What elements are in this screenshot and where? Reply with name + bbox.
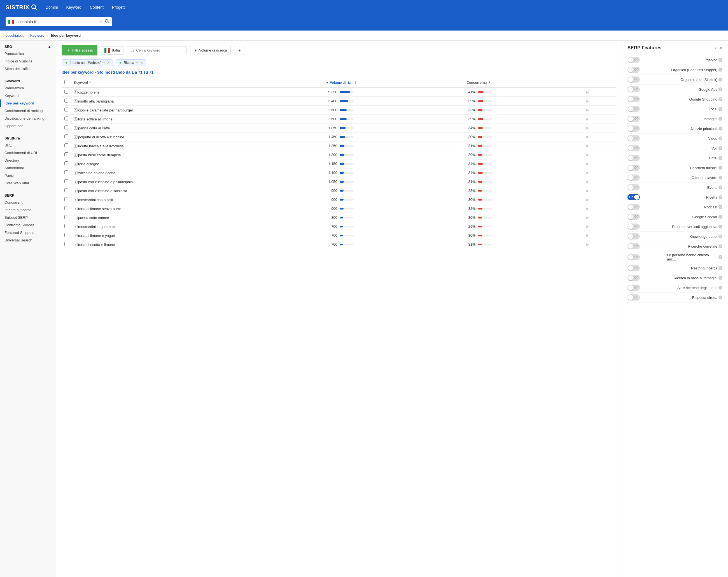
help-icon-feature-10[interactable]: ? <box>719 156 722 160</box>
sidebar-item-idee-keyword[interactable]: Idee per keyword <box>0 99 56 107</box>
row-checkbox-1[interactable] <box>64 99 68 102</box>
row-checkbox-17[interactable] <box>64 242 68 246</box>
help-icon-feature-14[interactable]: ? <box>719 195 722 199</box>
sidebar-item-snippet-serp[interactable]: Snippet SERP <box>0 214 56 221</box>
extra-filter-button[interactable]: ＋ <box>234 46 245 55</box>
help-icon-feature-20[interactable]: ? <box>719 255 722 259</box>
sidebar-item-traffico[interactable]: Stima del traffico <box>0 65 56 73</box>
sidebar-item-sottodomini[interactable]: Sottodomini <box>0 164 56 172</box>
toggle-14[interactable]: On <box>627 194 640 200</box>
toggle-19[interactable]: Off <box>627 243 640 249</box>
sidebar-section-title-serp[interactable]: SERP <box>4 193 51 198</box>
sidebar-item-featured-snippets[interactable]: Featured Snippets <box>0 229 56 236</box>
edit-icon-2[interactable]: ✏ <box>136 61 138 65</box>
keyword-search-input[interactable] <box>136 48 183 52</box>
header-volume[interactable]: ▼ Volume di ric... ? <box>323 78 464 87</box>
help-icon-panel[interactable]: ? <box>714 46 717 50</box>
row-checkbox-9[interactable] <box>64 170 68 174</box>
toggle-21[interactable]: Off <box>627 265 640 271</box>
sidebar-item-opportunita[interactable]: Opportunità <box>0 122 56 130</box>
help-icon-feature-8[interactable]: ? <box>719 136 722 140</box>
select-all-checkbox[interactable] <box>64 80 68 84</box>
sidebar-item-visibilita[interactable]: Indice di Visibilità <box>0 57 56 65</box>
sidebar-section-title-struttura[interactable]: Struttura <box>4 136 51 140</box>
search-input[interactable] <box>17 20 97 24</box>
row-checkbox-13[interactable] <box>64 206 68 210</box>
sidebar-item-core-web-vital[interactable]: Core Web Vital <box>0 179 56 187</box>
toggle-5[interactable]: Off <box>627 106 640 112</box>
close-icon-panel[interactable]: ✕ <box>719 46 722 50</box>
toggle-17[interactable]: Off <box>627 224 640 230</box>
sidebar-item-confronto-snippet[interactable]: Confronto Snippet <box>0 221 56 229</box>
help-icon-feature-9[interactable]: ? <box>719 146 722 150</box>
toggle-7[interactable]: Off <box>627 125 640 132</box>
header-keyword[interactable]: Keyword ? <box>71 78 323 87</box>
help-icon-feature-5[interactable]: ? <box>719 107 722 111</box>
toggle-23[interactable]: Off <box>627 284 640 291</box>
header-concorrenza[interactable]: Concorrenza ? <box>464 78 583 87</box>
row-checkbox-15[interactable] <box>64 224 68 228</box>
row-checkbox-4[interactable] <box>64 125 68 129</box>
toggle-6[interactable]: Off <box>627 116 640 122</box>
sidebar-item-directory[interactable]: Directory <box>0 156 56 164</box>
sidebar-item-cambiamenti-url[interactable]: Cambiamenti di URL <box>0 149 56 156</box>
sidebar-item-intento[interactable]: Intento di ricerca <box>0 206 56 214</box>
row-checkbox-5[interactable] <box>64 134 68 139</box>
search-box[interactable]: ☆ <box>6 17 112 26</box>
row-checkbox-8[interactable] <box>64 161 68 165</box>
help-icon-feature-22[interactable]: ? <box>719 276 722 280</box>
help-icon-feature-3[interactable]: ? <box>719 87 722 91</box>
row-checkbox-2[interactable] <box>64 107 68 111</box>
nav-content[interactable]: Content <box>90 5 104 9</box>
toggle-22[interactable]: Off <box>627 275 640 281</box>
help-icon-feature-12[interactable]: ? <box>719 176 722 179</box>
help-icon-feature-4[interactable]: ? <box>719 97 722 101</box>
sidebar-item-url[interactable]: URL <box>0 142 56 149</box>
toggle-4[interactable]: Off <box>627 96 640 102</box>
sidebar-item-distribuzione-ranking[interactable]: Distribuzione del ranking <box>0 115 56 122</box>
nav-domini[interactable]: Domini <box>46 5 58 9</box>
row-checkbox-12[interactable] <box>64 197 68 201</box>
toggle-20[interactable]: Off <box>627 254 640 260</box>
sidebar-item-keyword[interactable]: Keyword <box>0 92 56 99</box>
nav-progetti[interactable]: Progetti <box>112 5 125 9</box>
help-icon-feature-23[interactable]: ? <box>719 286 722 290</box>
toggle-15[interactable]: Off <box>627 204 640 210</box>
row-checkbox-6[interactable] <box>64 144 68 147</box>
toggle-1[interactable]: Off <box>627 67 640 73</box>
toggle-18[interactable]: Off <box>627 233 640 240</box>
close-icon-1[interactable]: ✕ <box>107 61 110 65</box>
help-icon-feature-0[interactable]: ? <box>719 58 722 62</box>
row-checkbox-3[interactable] <box>64 117 68 121</box>
toggle-12[interactable]: Off <box>627 175 640 181</box>
sidebar-section-title-keyword[interactable]: Keyword <box>4 79 51 83</box>
help-icon-feature-15[interactable]: ? <box>719 205 722 209</box>
volume-filter-button[interactable]: ＋ Volume di ricerca <box>190 46 231 55</box>
sidebar-item-panoramica-seo[interactable]: Panoramica <box>0 50 56 57</box>
toggle-9[interactable]: Off <box>627 145 640 151</box>
help-icon-feature-24[interactable]: ? <box>719 296 722 299</box>
toggle-13[interactable]: Off <box>627 184 640 191</box>
row-checkbox-16[interactable] <box>64 233 68 237</box>
help-icon-feature-16[interactable]: ? <box>719 215 722 219</box>
help-icon-feature-19[interactable]: ? <box>719 244 722 248</box>
search-icon[interactable] <box>105 19 109 24</box>
sidebar-item-universal-search[interactable]: Universal Search <box>0 236 56 244</box>
toggle-24[interactable]: Off <box>627 294 640 301</box>
edit-icon-1[interactable]: ✏ <box>102 61 105 65</box>
breadcrumb-domain[interactable]: cucchiaio.it <box>6 33 24 37</box>
help-icon-feature-1[interactable]: ? <box>719 68 722 72</box>
help-icon-feature-17[interactable]: ? <box>719 225 722 229</box>
toggle-3[interactable]: Off <box>627 86 640 93</box>
sidebar-item-concorrenti[interactable]: Concorrenti <box>0 199 56 206</box>
help-icon-feature-7[interactable]: ? <box>719 127 722 130</box>
help-icon-feature-13[interactable]: ? <box>719 185 722 189</box>
sidebar-section-title-seo[interactable]: SEO ▲ <box>4 45 51 49</box>
close-icon-2[interactable]: ✕ <box>140 61 143 65</box>
sidebar-item-panoramica-kw[interactable]: Panoramica <box>0 84 56 92</box>
row-checkbox-10[interactable] <box>64 179 68 183</box>
row-checkbox-7[interactable] <box>64 152 68 156</box>
country-filter-button[interactable]: Italia <box>101 46 123 55</box>
help-icon-feature-11[interactable]: ? <box>719 166 722 170</box>
filtra-adesso-button[interactable]: ＋ Filtra adesso <box>61 45 98 55</box>
